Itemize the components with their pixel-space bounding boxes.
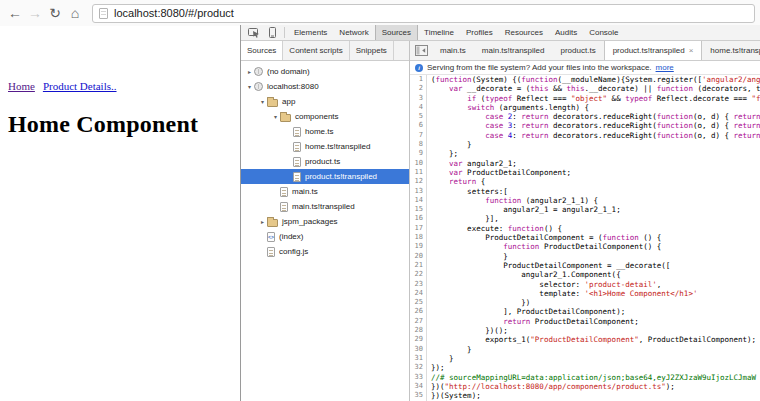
navigator-tab-snippets[interactable]: Snippets: [350, 41, 394, 60]
line-number: 35: [410, 391, 423, 400]
devtools-tab-timeline[interactable]: Timeline: [418, 25, 460, 40]
tree-item-home-ts[interactable]: home.ts: [241, 124, 409, 139]
devtools-tab-elements[interactable]: Elements: [288, 25, 333, 40]
code-line: (function(System) {(function(__moduleNam…: [431, 75, 760, 84]
devtools-tab-network[interactable]: Network: [333, 25, 374, 40]
devtools-body: SourcesContent scriptsSnippets ▸(no doma…: [241, 41, 760, 401]
line-number: 27: [410, 317, 423, 326]
back-icon[interactable]: ←: [5, 3, 25, 23]
line-number: 3: [410, 94, 423, 103]
router-links: Home Product Details..: [8, 76, 231, 94]
chevron-down-icon[interactable]: ▾: [271, 113, 280, 120]
file-icon: [280, 202, 288, 212]
tree-item-index[interactable]: <>(index): [241, 229, 409, 244]
line-number: 21: [410, 261, 423, 270]
page-title: Home Component: [8, 111, 231, 138]
folder-icon: [280, 114, 291, 122]
tree-item-no-domain[interactable]: ▸(no domain): [241, 64, 409, 79]
code-line: var ProductDetailComponent;: [431, 168, 760, 177]
tree-item-label: (index): [279, 232, 303, 241]
code-line: ProductDetailComponent = __decorate([: [431, 261, 760, 270]
navigator-tab-content-scripts[interactable]: Content scripts: [283, 41, 349, 60]
chevron-right-icon[interactable]: ▸: [258, 218, 267, 225]
line-number: 28: [410, 326, 423, 335]
devtools-tab-profiles[interactable]: Profiles: [460, 25, 499, 40]
code-line: ProductDetailComponent = (function () {: [431, 233, 760, 242]
tree-item-label: localhost:8080: [267, 82, 319, 91]
inspect-element-icon[interactable]: [245, 25, 263, 40]
editor-tab-product-ts[interactable]: product.ts: [553, 41, 604, 60]
tree-item-product-ts[interactable]: product.ts: [241, 154, 409, 169]
code-line: switch (arguments.length) {: [431, 103, 760, 112]
editor-tab-label: main.ts!transpiled: [482, 46, 545, 55]
line-number: 30: [410, 345, 423, 354]
page-doc-icon: [99, 8, 108, 19]
devtools-toolbar: ElementsNetworkSourcesTimelineProfilesRe…: [241, 25, 760, 41]
tree-item-jspm-packages[interactable]: ▸jspm_packages: [241, 214, 409, 229]
tree-item-label: home.ts: [305, 127, 333, 136]
code-line: }],: [431, 214, 760, 223]
code-viewer[interactable]: 1234567891011121314151617181920212223242…: [410, 75, 760, 401]
line-number: 16: [410, 214, 423, 223]
tree-item-label: components: [295, 112, 339, 121]
editor-tab-product-ts-transpiled[interactable]: product.ts!transpiled×: [604, 41, 703, 60]
tree-item-localhost-8080[interactable]: ▾localhost:8080: [241, 79, 409, 94]
code-line: if (typeof Reflect === "object" && typeo…: [431, 94, 760, 103]
editor-tab-home-ts-transpiled[interactable]: home.ts!transpiled: [702, 41, 760, 60]
editor-tab-label: home.ts!transpiled: [710, 46, 760, 55]
file-icon: [267, 247, 275, 257]
tree-item-main-ts[interactable]: main.ts: [241, 184, 409, 199]
device-toolbar-icon[interactable]: [263, 25, 281, 40]
navigator-tab-sources[interactable]: Sources: [241, 41, 283, 60]
editor-tab-main-ts[interactable]: main.ts: [432, 41, 474, 60]
tree-item-components[interactable]: ▾components: [241, 109, 409, 124]
line-number: 6: [410, 121, 423, 130]
code-line: }: [431, 252, 760, 261]
reload-icon[interactable]: ↻: [45, 3, 65, 23]
address-bar[interactable]: localhost:8080/#/product: [92, 4, 755, 23]
devtools-tabs: ElementsNetworkSourcesTimelineProfilesRe…: [288, 25, 625, 40]
forward-icon[interactable]: →: [25, 3, 45, 23]
line-number: 29: [410, 335, 423, 344]
chevron-down-icon[interactable]: ▾: [245, 83, 254, 90]
home-link[interactable]: Home: [8, 80, 35, 92]
code-line: }: [431, 345, 760, 354]
devtools-tab-audits[interactable]: Audits: [549, 25, 583, 40]
home-icon[interactable]: ⌂: [65, 3, 85, 23]
devtools-tab-sources[interactable]: Sources: [375, 25, 418, 40]
tree-item-main-ts-transpiled[interactable]: main.ts!transpiled: [241, 199, 409, 214]
line-number: 14: [410, 196, 423, 205]
tree-item-home-ts-transpiled[interactable]: home.ts!transpiled: [241, 139, 409, 154]
editor-tab-strip: main.tsmain.ts!transpiledproduct.tsprodu…: [410, 41, 760, 61]
close-tab-icon[interactable]: ×: [689, 46, 694, 55]
code-line: template: '<h1>Home Component</h1>': [431, 289, 760, 298]
tree-item-config-js[interactable]: config.js: [241, 244, 409, 259]
chevron-right-icon[interactable]: ▸: [245, 68, 254, 75]
tree-item-app[interactable]: ▾app: [241, 94, 409, 109]
info-icon: i: [415, 64, 423, 72]
navigator-toggle-icon[interactable]: [410, 41, 432, 60]
url-text: localhost:8080/#/product: [114, 7, 234, 19]
code-line: return {: [431, 177, 760, 186]
code-line: return ProductDetailComponent;: [431, 317, 760, 326]
tree-item-label: app: [282, 97, 295, 106]
line-number: 32: [410, 363, 423, 372]
code-line: selector: 'product-detail',: [431, 280, 760, 289]
source-editor: main.tsmain.ts!transpiledproduct.tsprodu…: [410, 41, 760, 401]
tree-item-product-ts-transpiled[interactable]: product.ts!transpiled: [241, 169, 409, 184]
code-line: execute: function() {: [431, 224, 760, 233]
line-number: 1: [410, 75, 423, 84]
product-details-link[interactable]: Product Details..: [43, 80, 117, 92]
editor-tab-label: product.ts!transpiled: [613, 46, 685, 55]
line-number: 22: [410, 270, 423, 279]
line-number: 11: [410, 168, 423, 177]
chevron-down-icon[interactable]: ▾: [258, 98, 267, 105]
folder-icon: [267, 99, 278, 107]
infobar-more-link[interactable]: more: [656, 63, 674, 72]
code-line: });: [431, 363, 760, 372]
code-line: var angular2_1;: [431, 159, 760, 168]
devtools-tab-console[interactable]: Console: [583, 25, 624, 40]
line-number: 7: [410, 131, 423, 140]
devtools-tab-resources[interactable]: Resources: [499, 25, 549, 40]
editor-tab-main-ts-transpiled[interactable]: main.ts!transpiled: [474, 41, 553, 60]
